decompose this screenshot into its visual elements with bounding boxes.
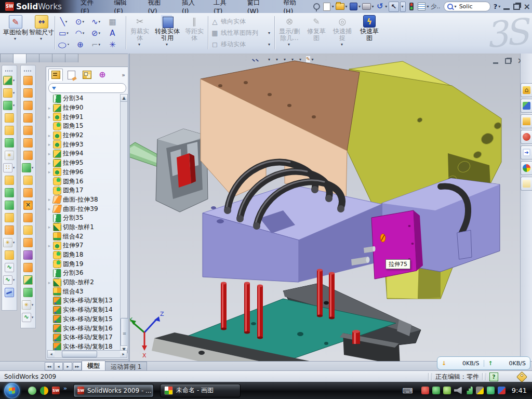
feature-toolbar-button[interactable]: ▾ [3,237,16,247]
feature-toolbar-button[interactable]: ▾ [3,275,16,285]
mold-toolbar-button[interactable] [23,250,33,260]
search-input[interactable]: ▾Solic [444,2,490,11]
pin-toolbar-icon[interactable] [312,2,322,11]
feature-toolbar-button[interactable]: ▾ [3,163,16,172]
feature-tree-item[interactable]: 圆角17 [47,186,120,195]
text-tool[interactable]: A [104,28,121,39]
mold-toolbar-button[interactable] [23,200,33,210]
feature-toolbar-button[interactable] [5,188,14,197]
app-close-button[interactable]: × [522,2,531,11]
feature-tree-item[interactable]: 拉伸93 [47,140,120,149]
start-button[interactable] [4,383,20,398]
options-list-icon[interactable] [417,2,427,11]
undo-icon[interactable]: ↺ [376,2,385,11]
task-pane-tab[interactable] [521,130,532,144]
mold-toolbar-button[interactable] [23,275,33,285]
panel-overflow-chevron[interactable]: » [122,72,127,78]
print-icon[interactable] [362,2,371,11]
doc-close-button[interactable]: × [516,58,521,64]
move-entities-button[interactable]: ◻移动实体▾ [211,39,271,49]
feature-tree-item[interactable]: 拉伸97 [47,241,120,250]
help-button[interactable]: ? [493,3,499,10]
feature-tree-item[interactable]: 拉伸91 [47,112,120,122]
tab-property-manager[interactable] [64,69,78,81]
expand-arrow-icon[interactable] [47,142,51,147]
tray-icon[interactable] [487,387,495,394]
tray-icon[interactable] [443,387,451,394]
circle-tool[interactable]: ⊙▾ [72,16,88,28]
point-tool[interactable]: ✳ [104,39,121,50]
quick-snaps-button[interactable]: 快速捕捉▾ [330,15,354,47]
3d-model-scene[interactable]: Y Z X [129,54,521,361]
task-pane-tab[interactable] [521,161,532,175]
rectangle-tool[interactable]: ▭▾ [56,28,72,39]
convert-entities-button[interactable]: 转换实体引用▾ [154,15,181,47]
mold-toolbar-button[interactable] [23,113,33,123]
expand-arrow-icon[interactable] [47,197,51,202]
expand-arrow-icon[interactable] [47,114,51,119]
input-method-icon[interactable]: ⌨ [403,387,413,395]
scroll-left-arrow[interactable]: ◂ [48,351,55,357]
mold-toolbar-button[interactable] [23,100,33,110]
network-monitor-widget[interactable]: ↓0KB/S ↑0KB/S [437,356,530,370]
mold-toolbar-button[interactable] [23,150,33,160]
doc-minimize-button[interactable] [491,58,500,64]
feature-toolbar-button[interactable] [5,287,14,297]
tray-icon[interactable] [454,387,462,394]
mold-toolbar-button[interactable] [23,75,33,85]
tray-icon[interactable] [476,387,484,394]
slot-tool[interactable]: ◯▾ [56,41,72,48]
feature-toolbar-button[interactable] [5,150,14,160]
display-delete-relations-button[interactable]: 显示/删除几...▾ [276,15,302,47]
task-pane-tab[interactable] [521,177,532,191]
last-tab-button[interactable]: ▸▸ [73,362,82,370]
mold-toolbar-button[interactable] [23,225,33,235]
quick-launch-icon[interactable] [40,387,48,395]
mold-toolbar-button[interactable] [23,287,33,297]
feature-tree-item[interactable]: 实体-移动/复制15 [47,315,120,324]
feature-tree-item[interactable]: 圆角18 [47,250,120,260]
mold-toolbar-button[interactable] [23,262,33,272]
view-tool-button[interactable]: ▾ [267,57,271,62]
tab-model[interactable]: 模型 [82,361,105,371]
feature-tree-item[interactable]: 拉伸90 [47,103,120,113]
feature-tree-item[interactable]: 实体-移动/复制17 [47,333,120,342]
task-pane-tab[interactable] [521,145,532,159]
feature-tree-item[interactable]: 切除-放样1 [47,223,120,232]
expand-arrow-icon[interactable] [47,280,51,285]
save-icon[interactable] [349,2,358,11]
expand-arrow-icon[interactable] [47,151,51,156]
taskbar-window-solidworks[interactable]: SW SolidWorks 2009 - ... [73,384,154,397]
expand-arrow-icon[interactable] [47,169,51,175]
trim-entities-button[interactable]: 剪裁实体▾ [128,15,152,47]
mold-toolbar-button[interactable] [23,125,33,135]
mold-toolbar-button[interactable] [23,237,33,247]
first-tab-button[interactable]: ◂◂ [45,362,54,370]
toolbar-overflow-label[interactable]: 少.. [430,3,442,10]
part-slider-block[interactable] [156,129,208,212]
feature-toolbar-button[interactable]: ▾ [3,75,16,85]
expand-arrow-icon[interactable] [47,224,51,230]
scroll-right-arrow[interactable]: ▸ [120,351,127,357]
ribbon-tab[interactable] [26,54,39,62]
expand-arrow-icon[interactable] [47,206,51,211]
linear-pattern-button[interactable]: ▦线性草图阵列▾ [211,28,271,38]
feature-toolbar-button[interactable] [5,225,14,235]
panel-splitter[interactable] [128,54,130,361]
mold-toolbar-button[interactable]: ▾ [22,163,35,172]
tab-motion-study[interactable]: 运动算例 1 [105,362,147,371]
solidworks-quick-launch-icon[interactable]: SW [52,387,60,394]
mold-toolbar-button[interactable]: ▾ [22,300,35,310]
next-tab-button[interactable]: ▸ [63,362,72,370]
feature-tree-item[interactable]: 分割34 [47,94,120,103]
expand-arrow-icon[interactable] [47,161,51,166]
feature-tree-item[interactable]: 实体-移动/复制16 [47,324,120,333]
view-tool-button[interactable]: ▾ [306,56,314,62]
feature-tree-item[interactable]: 分割36 [47,269,120,278]
app-restore-button[interactable] [512,2,522,11]
feature-tree-item[interactable]: 曲面-拉伸39 [47,204,120,214]
mirror-entities-button[interactable]: △镜向实体 [211,16,271,26]
tray-icon[interactable] [421,387,429,394]
mold-toolbar-button[interactable] [23,138,33,148]
task-pane-tab[interactable] [521,99,532,113]
